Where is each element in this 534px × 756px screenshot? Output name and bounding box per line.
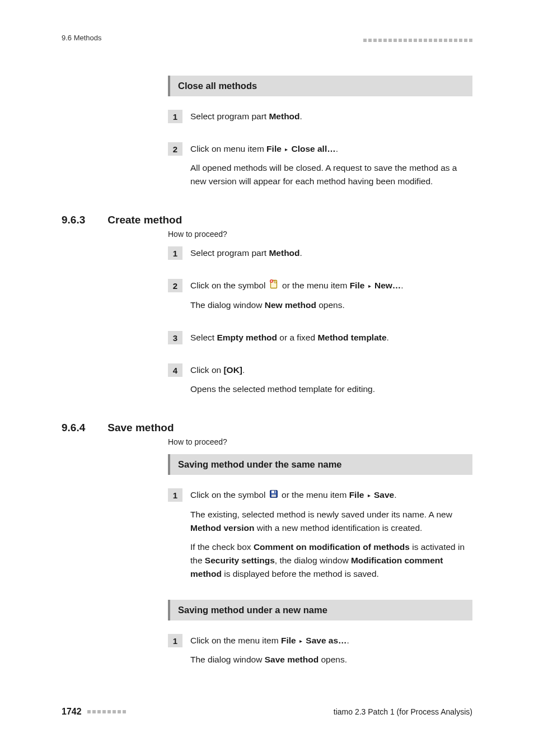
dash-icon — [444, 39, 447, 42]
save-icon — [269, 489, 278, 502]
text: Select — [190, 333, 217, 342]
step-row: 2 Click on menu item File ▸ Close all…. … — [168, 142, 472, 194]
text-bold: Method version — [190, 523, 255, 533]
text: , the dialog window — [275, 556, 351, 565]
dash-icon — [399, 39, 402, 42]
dash-icon — [404, 39, 407, 42]
step-row: 3 Select Empty method or a fixed Method … — [168, 331, 472, 350]
create-method-steps: 1 Select program part Method. 2 Click on… — [168, 246, 472, 402]
triangle-icon: ▸ — [368, 491, 371, 500]
dash-icon — [123, 710, 126, 713]
step-note: Opens the selected method template for e… — [190, 382, 472, 396]
footer-right: tiamo 2.3 Patch 1 (for Process Analysis) — [334, 707, 472, 716]
close-all-block: Close all methods 1 Select program part … — [168, 76, 472, 194]
text: is displayed before the method is saved. — [222, 569, 379, 578]
header-left: 9.6 Methods — [62, 34, 102, 42]
text: . — [336, 144, 338, 153]
text: . — [387, 333, 389, 342]
step-body: Click on menu item File ▸ Close all…. Al… — [190, 142, 472, 194]
dash-icon — [424, 39, 427, 42]
dash-icon — [434, 39, 437, 42]
step-body: Select Empty method or a fixed Method te… — [190, 331, 472, 350]
dash-icon — [464, 39, 467, 42]
text: . — [300, 111, 302, 121]
section-number: 9.6.3 — [62, 214, 85, 226]
dash-icon — [409, 39, 412, 42]
step-body: Click on the menu item File ▸ Save as…. … — [190, 634, 472, 672]
step-body: Select program part Method. — [190, 110, 472, 129]
footer-dashes — [87, 710, 126, 713]
text: Click on menu item — [190, 144, 266, 153]
text: Click on the menu item — [190, 636, 281, 645]
triangle-icon: ▸ — [285, 145, 288, 154]
text-bold: Method — [269, 248, 299, 258]
text: Click on the symbol — [190, 490, 268, 500]
text: Click on the symbol — [190, 281, 268, 290]
how-to-proceed: How to proceed? — [168, 230, 472, 239]
dash-icon — [373, 39, 377, 42]
section-title: Save method — [107, 422, 174, 434]
text: or a fixed — [277, 333, 317, 342]
text-bold: Security settings — [205, 556, 275, 565]
menu-save-as: Save as… — [306, 636, 346, 645]
dash-icon — [378, 39, 382, 42]
text: . — [347, 636, 349, 645]
menu-file: File — [266, 144, 282, 153]
menu-new: New… — [374, 281, 401, 290]
step-number: 2 — [168, 142, 182, 156]
dash-icon — [118, 710, 121, 713]
section-963: 9.6.3 Create method — [62, 214, 472, 226]
text: or the menu item — [280, 281, 350, 290]
step-number: 4 — [168, 363, 182, 377]
text-bold: Empty method — [217, 333, 277, 342]
text: If the check box — [190, 542, 254, 552]
menu-file: File — [350, 281, 365, 290]
text: opens. — [316, 300, 345, 310]
step-number: 1 — [168, 488, 182, 502]
dash-icon — [429, 39, 432, 42]
dash-icon — [368, 39, 372, 42]
step-number: 1 — [168, 110, 182, 123]
step-number: 1 — [168, 634, 182, 647]
text: . — [300, 248, 302, 258]
dash-icon — [97, 710, 101, 713]
dash-icon — [394, 39, 397, 42]
dash-icon — [87, 710, 91, 713]
new-document-icon — [269, 279, 279, 293]
dialog-name: New method — [265, 300, 316, 310]
text: opens. — [318, 655, 347, 664]
footer-left: 1742 — [62, 707, 126, 717]
save-same-heading: Saving method under the same name — [168, 454, 472, 475]
dash-icon — [383, 39, 387, 42]
dash-icon — [92, 710, 96, 713]
dash-icon — [363, 39, 367, 42]
page-footer: 1742 tiamo 2.3 Patch 1 (for Process Anal… — [62, 707, 472, 717]
save-new-heading: Saving method under a new name — [168, 600, 472, 620]
dash-icon — [454, 39, 457, 42]
svg-rect-4 — [274, 491, 275, 493]
text: or the menu item — [279, 490, 349, 500]
step-number: 1 — [168, 246, 182, 260]
page-number: 1742 — [62, 707, 82, 717]
dash-icon — [469, 39, 472, 42]
step-row: 1 Click on the symbol or the menu item F… — [168, 488, 472, 586]
text-bold: Method template — [317, 333, 386, 342]
text: The dialog window — [190, 300, 265, 310]
step-row: 2 Click on the symbol or the menu item F… — [168, 279, 472, 318]
step-body: Click on the symbol or the menu item Fil… — [190, 279, 472, 318]
text: with a new method identification is crea… — [255, 523, 423, 533]
menu-file: File — [281, 636, 296, 645]
text: . — [394, 490, 396, 500]
page: 9.6 Methods Close all — [0, 0, 534, 756]
text: Select program part — [190, 248, 269, 258]
close-all-heading: Close all methods — [168, 76, 472, 96]
save-method-block: Saving method under the same name 1 Clic… — [168, 454, 472, 672]
menu-save: Save — [374, 490, 394, 500]
step-number: 3 — [168, 331, 182, 344]
step-row: 1 Select program part Method. — [168, 110, 472, 129]
text: Select program part — [190, 111, 269, 121]
step-body: Click on the symbol or the menu item Fil… — [190, 488, 472, 586]
running-header: 9.6 Methods — [62, 34, 472, 42]
text-bold: Method — [269, 111, 299, 121]
dash-icon — [419, 39, 422, 42]
